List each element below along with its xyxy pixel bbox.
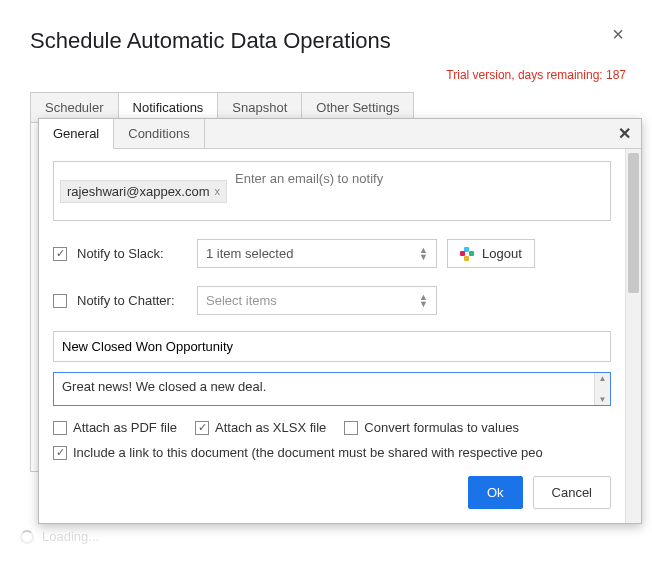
email-chip: rajeshwari@xappex.com x	[60, 180, 227, 203]
inner-content: rajeshwari@xappex.com x Notify to Slack:…	[39, 149, 625, 523]
email-chip-text: rajeshwari@xappex.com	[67, 184, 210, 199]
inner-scrollbar[interactable]	[625, 149, 641, 523]
chatter-checkbox[interactable]	[53, 294, 67, 308]
email-chip-remove[interactable]: x	[215, 185, 221, 197]
inner-tab-general[interactable]: General	[39, 119, 114, 149]
chatter-select-placeholder: Select items	[206, 293, 277, 308]
chatter-label: Notify to Chatter:	[77, 293, 187, 308]
loading-indicator: Loading...	[20, 529, 99, 544]
inner-close-button[interactable]: ✕	[608, 120, 641, 147]
attachment-row: Attach as PDF file Attach as XLSX file C…	[53, 420, 611, 435]
include-link-label: Include a link to this document (the doc…	[73, 445, 543, 460]
dialog-title: Schedule Automatic Data Operations	[30, 28, 391, 54]
attach-pdf-label: Attach as PDF file	[73, 420, 177, 435]
convert-formulas-checkbox[interactable]	[344, 421, 358, 435]
slack-logout-button[interactable]: Logout	[447, 239, 535, 268]
inner-tab-conditions[interactable]: Conditions	[114, 119, 204, 148]
attach-xlsx-label: Attach as XLSX file	[215, 420, 326, 435]
slack-icon	[460, 247, 474, 261]
email-input[interactable]	[233, 168, 604, 189]
inner-tabs: General Conditions ✕	[39, 119, 641, 149]
include-link-checkbox[interactable]	[53, 446, 67, 460]
dialog-close-button[interactable]: ×	[604, 20, 632, 48]
scroll-up-icon: ▲	[599, 374, 607, 383]
scrollbar-thumb[interactable]	[628, 153, 639, 293]
body-textarea-wrap: Great news! We closed a new deal. ▲ ▼	[53, 372, 611, 406]
slack-checkbox[interactable]	[53, 247, 67, 261]
ok-button[interactable]: Ok	[468, 476, 523, 509]
attach-pdf-option[interactable]: Attach as PDF file	[53, 420, 177, 435]
trial-banner: Trial version, days remaining: 187	[30, 68, 626, 82]
slack-select[interactable]: 1 item selected ▲▼	[197, 239, 437, 268]
email-recipients-box[interactable]: rajeshwari@xappex.com x	[53, 161, 611, 221]
inner-body: rajeshwari@xappex.com x Notify to Slack:…	[39, 149, 641, 523]
spinner-icon	[20, 530, 34, 544]
inner-footer: Ok Cancel	[53, 476, 611, 509]
slack-logout-label: Logout	[482, 246, 522, 261]
slack-row: Notify to Slack: 1 item selected ▲▼ Logo…	[53, 239, 611, 268]
attach-xlsx-checkbox[interactable]	[195, 421, 209, 435]
chatter-select[interactable]: Select items ▲▼	[197, 286, 437, 315]
scroll-down-icon: ▼	[599, 395, 607, 404]
notifications-modal: General Conditions ✕ rajeshwari@xappex.c…	[38, 118, 642, 524]
updown-icon: ▲▼	[419, 294, 428, 308]
convert-formulas-label: Convert formulas to values	[364, 420, 519, 435]
convert-formulas-option[interactable]: Convert formulas to values	[344, 420, 519, 435]
textarea-scrollbar[interactable]: ▲ ▼	[594, 373, 610, 405]
chatter-row: Notify to Chatter: Select items ▲▼	[53, 286, 611, 315]
slack-select-value: 1 item selected	[206, 246, 293, 261]
subject-input[interactable]	[53, 331, 611, 362]
include-link-option[interactable]: Include a link to this document (the doc…	[53, 445, 543, 460]
loading-text: Loading...	[42, 529, 99, 544]
body-textarea[interactable]: Great news! We closed a new deal.	[54, 373, 594, 405]
link-row: Include a link to this document (the doc…	[53, 445, 611, 460]
dialog-header: Schedule Automatic Data Operations ×	[30, 20, 632, 54]
cancel-button-inner[interactable]: Cancel	[533, 476, 611, 509]
attach-xlsx-option[interactable]: Attach as XLSX file	[195, 420, 326, 435]
attach-pdf-checkbox[interactable]	[53, 421, 67, 435]
slack-label: Notify to Slack:	[77, 246, 187, 261]
updown-icon: ▲▼	[419, 247, 428, 261]
